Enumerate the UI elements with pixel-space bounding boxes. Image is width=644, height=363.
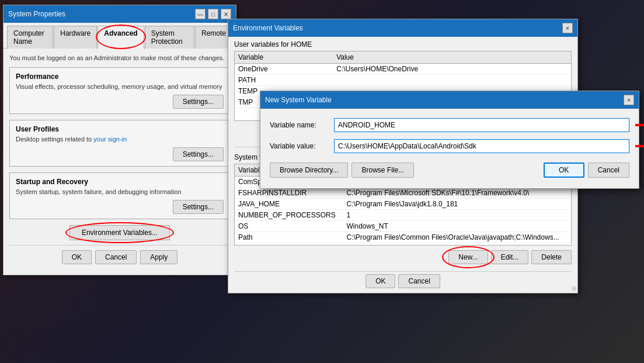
browse-file-button[interactable]: Browse File...: [351, 163, 414, 178]
sys-var-value: C:\Program Files\Microsoft SDKs\F#\10.1\…: [343, 188, 571, 199]
tab-hardware[interactable]: Hardware: [54, 26, 97, 49]
performance-desc: Visual effects, processor scheduling, me…: [16, 83, 224, 90]
tab-computer-name[interactable]: Computer Name: [7, 26, 53, 49]
sys-var-name: FSHARPINSTALLDIR: [235, 188, 343, 199]
svg-marker-1: [635, 140, 644, 152]
performance-settings-button[interactable]: Settings...: [173, 95, 224, 109]
user-var-name: PATH: [235, 75, 333, 86]
user-var-name: OneDrive: [235, 64, 333, 75]
user-profiles-title: User Profiles: [16, 125, 224, 133]
user-profiles-section: User Profiles Desktop settings related t…: [9, 120, 230, 167]
user-var-value: C:\Users\HOME\OneDrive: [333, 64, 571, 75]
new-system-variable-dialog: New System Variable × Variable name: Var…: [260, 91, 639, 189]
user-var-value: [333, 75, 571, 86]
system-props-titlebar: System Properties — □ ✕: [4, 5, 236, 23]
startup-settings-button[interactable]: Settings...: [173, 200, 224, 214]
system-props-body: You must be logged on as an Administrato…: [4, 49, 236, 275]
sys-vars-new-button[interactable]: New...: [448, 250, 488, 264]
env-vars-title: Environment Variables: [233, 24, 303, 32]
admin-note: You must be logged on as an Administrato…: [9, 54, 230, 61]
table-row[interactable]: Path C:\Program Files\Common Files\Oracl…: [235, 232, 571, 243]
sys-vars-buttons-row: New... Edit... Delete: [228, 250, 577, 269]
system-properties-window: System Properties — □ ✕ Computer Name Ha…: [3, 5, 236, 275]
sys-props-bottom-buttons: OK Cancel Apply: [9, 245, 230, 269]
user-var-col-value: Value: [333, 51, 571, 64]
sys-var-value: 1: [343, 210, 571, 221]
env-dialog-cancel-button[interactable]: Cancel: [398, 274, 440, 288]
sys-props-ok-button[interactable]: OK: [62, 250, 92, 264]
table-row[interactable]: OneDrive C:\Users\HOME\OneDrive: [235, 64, 571, 75]
sys-var-name: JAVA_HOME: [235, 199, 343, 210]
bottom-divider: [234, 271, 572, 272]
titlebar-controls: — □ ✕: [195, 9, 231, 19]
env-dialog-bottom-buttons: OK Cancel: [228, 274, 577, 293]
table-row[interactable]: JAVA_HOME C:\Program Files\Java\jdk1.8.0…: [235, 199, 571, 210]
env-vars-close-button[interactable]: ×: [562, 23, 573, 33]
performance-title: Performance: [16, 72, 224, 81]
sys-var-name: Path: [235, 232, 343, 243]
sign-in-link[interactable]: your sign-in: [93, 136, 127, 143]
sys-var-value: C:\Program Files\Java\jdk1.8.0_181: [343, 199, 571, 210]
sys-props-cancel-button[interactable]: Cancel: [95, 250, 137, 264]
system-props-title: System Properties: [8, 10, 65, 18]
user-profiles-settings-button[interactable]: Settings...: [173, 147, 224, 161]
browse-directory-button[interactable]: Browse Directory...: [270, 163, 348, 178]
sys-var-value: Windows_NT: [343, 221, 571, 232]
table-row[interactable]: NUMBER_OF_PROCESSORS 1: [235, 210, 571, 221]
environment-variables-button[interactable]: Environment Variables...: [69, 225, 170, 240]
new-sysvar-body: Variable name: Variable value: Browse Di…: [260, 109, 639, 188]
minimize-button[interactable]: —: [195, 9, 206, 19]
variable-value-input[interactable]: [334, 139, 629, 153]
svg-marker-0: [635, 119, 644, 131]
new-sysvar-title: New System Variable: [265, 96, 332, 104]
table-row[interactable]: OS Windows_NT: [235, 221, 571, 232]
sys-vars-edit-button[interactable]: Edit...: [491, 250, 529, 264]
sys-var-name: OS: [235, 221, 343, 232]
variable-value-row: Variable value:: [270, 139, 629, 153]
variable-name-row: Variable name:: [270, 118, 629, 132]
arrow-indicator-name: [635, 118, 644, 132]
variable-value-label: Variable value:: [270, 142, 334, 150]
table-row[interactable]: FSHARPINSTALLDIR C:\Program Files\Micros…: [235, 188, 571, 199]
sys-var-value: C:\Program Files\Common Files\Oracle\Jav…: [343, 232, 571, 243]
table-row[interactable]: PATH: [235, 75, 571, 86]
env-dialog-ok-button[interactable]: OK: [365, 274, 395, 288]
startup-recovery-section: Startup and Recovery System startup, sys…: [9, 172, 230, 219]
tab-advanced[interactable]: Advanced: [98, 26, 144, 49]
new-sysvar-ok-button[interactable]: OK: [544, 163, 584, 178]
sys-var-name: NUMBER_OF_PROCESSORS: [235, 210, 343, 221]
tab-remote[interactable]: Remote: [195, 26, 232, 49]
sys-var-value: .COM;.EXE;.BAT;.CMD;.VBS;.VBE;JS;.JSE;.W…: [343, 243, 571, 246]
user-profiles-desc: Desktop settings related to your sign-in: [16, 136, 224, 143]
startup-recovery-title: Startup and Recovery: [16, 178, 224, 186]
resize-grip[interactable]: ⊞: [572, 285, 576, 292]
table-row[interactable]: PATHEXT .COM;.EXE;.BAT;.CMD;.VBS;.VBE;JS…: [235, 243, 571, 246]
tab-system-protection[interactable]: System Protection: [145, 26, 194, 49]
sys-vars-delete-button[interactable]: Delete: [531, 250, 572, 264]
sys-var-name: PATHEXT: [235, 243, 343, 246]
performance-section: Performance Visual effects, processor sc…: [9, 67, 230, 114]
env-vars-titlebar: Environment Variables ×: [228, 19, 577, 37]
arrow-indicator-value: [635, 139, 644, 153]
user-vars-title: User variables for HOME: [228, 37, 577, 51]
new-sysvar-titlebar: New System Variable ×: [260, 91, 639, 109]
variable-name-input[interactable]: [334, 118, 629, 132]
new-sysvar-cancel-button[interactable]: Cancel: [588, 163, 629, 178]
tabs-container: Computer Name Hardware Advanced System P…: [4, 23, 236, 49]
sys-props-apply-button[interactable]: Apply: [140, 250, 177, 264]
browse-buttons-row: Browse Directory... Browse File... OK Ca…: [270, 160, 629, 182]
startup-recovery-desc: System startup, system failure, and debu…: [16, 188, 224, 195]
close-button[interactable]: ✕: [221, 9, 231, 19]
user-var-col-variable: Variable: [235, 51, 333, 64]
maximize-button[interactable]: □: [208, 9, 218, 19]
env-btn-row: Environment Variables...: [9, 225, 230, 240]
new-sysvar-close-button[interactable]: ×: [624, 95, 634, 105]
variable-name-label: Variable name:: [270, 121, 334, 129]
